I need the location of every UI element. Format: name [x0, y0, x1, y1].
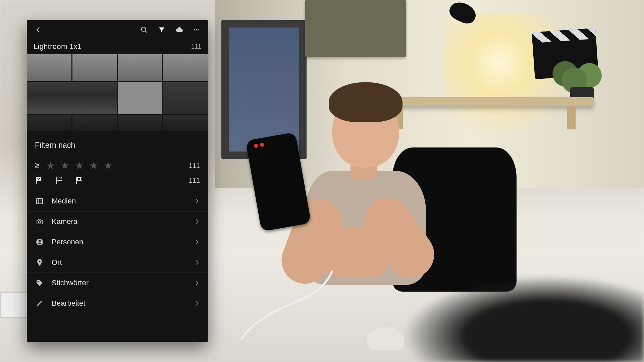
star-icon[interactable]: ★ — [46, 161, 55, 171]
flag-rejected-icon[interactable] — [75, 176, 84, 185]
chevron-right-icon — [194, 219, 200, 225]
album-count: 111 — [191, 43, 201, 50]
tag-icon — [35, 278, 44, 288]
rating-filter-row[interactable]: ≥ ★ ★ ★ ★ ★ 111 — [27, 155, 208, 174]
svg-point-3 — [196, 29, 197, 31]
bg-shelf-bracket — [567, 106, 576, 129]
svg-point-16 — [38, 281, 39, 282]
pencil-icon — [35, 299, 44, 308]
flag-filter-row[interactable]: 111 — [27, 174, 208, 191]
bg-lamp — [436, 0, 483, 47]
chevron-right-icon — [194, 300, 200, 306]
lightroom-filter-panel: Lightroom 1x1 111 Filtern nach ≥ ★ ★ ★ ★… — [27, 20, 208, 342]
chevron-right-icon — [194, 198, 200, 204]
filter-category-film[interactable]: Medien — [27, 191, 208, 211]
photo-thumbnail[interactable] — [27, 54, 71, 81]
bg-foreground-blur — [402, 275, 644, 362]
svg-point-4 — [198, 29, 200, 31]
svg-point-14 — [39, 240, 41, 242]
bg-cable — [231, 268, 372, 342]
search-button[interactable] — [137, 22, 152, 37]
flag-picked-icon[interactable] — [35, 176, 44, 185]
camera-icon — [35, 217, 44, 226]
photo-thumbnail[interactable] — [163, 54, 208, 81]
svg-point-2 — [194, 29, 195, 31]
filter-heading: Filtern nach — [27, 131, 208, 155]
star-icon[interactable]: ★ — [60, 161, 69, 171]
filter-category-pin[interactable]: Ort — [27, 252, 208, 273]
flag-count: 111 — [189, 177, 200, 184]
chevron-right-icon — [194, 239, 200, 245]
svg-rect-5 — [37, 198, 43, 204]
photo-thumbnail[interactable] — [163, 82, 208, 114]
svg-line-1 — [145, 31, 147, 33]
filter-button[interactable] — [154, 22, 169, 37]
thumbnail-grid[interactable] — [27, 54, 208, 131]
photo-thumbnail[interactable] — [118, 54, 163, 81]
star-icon[interactable]: ★ — [104, 161, 113, 171]
film-icon — [35, 196, 44, 206]
person-icon — [35, 237, 44, 247]
top-toolbar — [27, 20, 208, 40]
pin-icon — [35, 258, 44, 267]
album-title: Lightroom 1x1 — [34, 42, 82, 51]
filter-category-label: Kamera — [52, 217, 194, 226]
filter-category-label: Stichwörter — [52, 279, 194, 287]
photo-thumbnail[interactable] — [72, 54, 117, 81]
rating-count: 111 — [189, 162, 200, 170]
bg-power-adapter — [0, 292, 30, 318]
star-icon[interactable]: ★ — [75, 161, 84, 171]
cloud-sync-button[interactable] — [172, 22, 186, 37]
filter-category-label: Ort — [52, 258, 194, 267]
filter-category-person[interactable]: Personen — [27, 232, 208, 252]
photo-thumbnail[interactable] — [27, 82, 117, 114]
more-button[interactable] — [189, 22, 204, 37]
filter-category-camera[interactable]: Kamera — [27, 211, 208, 232]
filter-category-pencil[interactable]: Bearbeitet — [27, 293, 208, 313]
album-header: Lightroom 1x1 111 — [27, 40, 208, 54]
photo-thumbnail[interactable] — [118, 115, 163, 131]
svg-point-12 — [39, 221, 41, 223]
svg-point-15 — [39, 261, 40, 262]
photo-thumbnail[interactable] — [27, 115, 71, 131]
filter-category-label: Medien — [52, 197, 194, 205]
chevron-right-icon — [194, 259, 200, 265]
filter-category-label: Personen — [52, 238, 194, 246]
flag-unflagged-icon[interactable] — [55, 176, 64, 185]
photo-thumbnail[interactable] — [118, 82, 163, 114]
filter-category-tag[interactable]: Stichwörter — [27, 273, 208, 293]
bg-cup — [367, 327, 404, 350]
star-icon[interactable]: ★ — [89, 161, 98, 171]
rating-comparator[interactable]: ≥ — [35, 161, 39, 170]
chevron-right-icon — [194, 280, 200, 286]
photo-thumbnail[interactable] — [163, 115, 208, 131]
photo-thumbnail[interactable] — [72, 115, 117, 131]
filter-category-label: Bearbeitet — [52, 299, 194, 308]
back-button[interactable] — [31, 22, 46, 37]
bg-poster — [305, 0, 406, 57]
